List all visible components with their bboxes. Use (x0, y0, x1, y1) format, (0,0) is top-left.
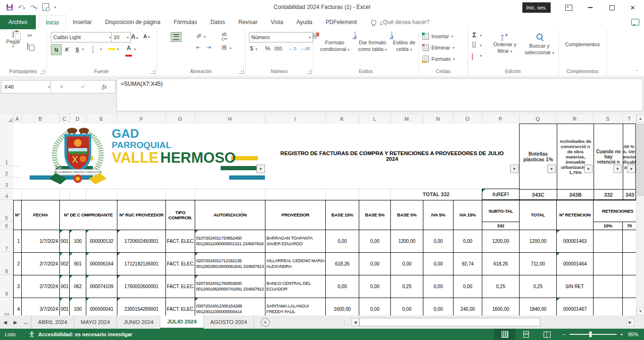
th-subtotal[interactable]: SUBTO-TAL (482, 200, 520, 222)
delete-cells-button[interactable]: Eliminar▾ (422, 44, 454, 51)
number-format-select[interactable]: Número▾ (249, 32, 313, 42)
row-header-6[interactable]: 6 (0, 222, 13, 230)
minimize-button[interactable] (586, 3, 595, 12)
tab-insertar[interactable]: Insertar (66, 15, 99, 29)
row-header-7[interactable]: 7 (0, 230, 13, 252)
tab-archivo[interactable]: Archivo (0, 15, 36, 29)
column-header-o[interactable]: O (453, 115, 482, 123)
decrease-decimal-icon[interactable]: →,00 (300, 46, 310, 51)
format-cells-button[interactable]: Formato▾ (422, 56, 455, 62)
accessibility-status[interactable]: Accesibilidad: es necesario investigar (38, 332, 132, 337)
cell-estab-r10[interactable]: 001 (60, 298, 70, 315)
vertical-scrollbar[interactable]: ▲ ▼ (636, 115, 644, 315)
cell-base15-r8[interactable]: 618,26 (326, 253, 359, 275)
cell-base0-r10[interactable]: 0,00 (391, 298, 423, 315)
cell-aut-r7[interactable]: 01072024011720652450 0012001100000000132… (195, 230, 265, 253)
clear-icon[interactable] (472, 54, 473, 59)
filter-dropdown-s[interactable]: ▼ (613, 165, 622, 173)
alignment-dialog-launcher[interactable]: ↘ (239, 69, 244, 74)
report-title-cell[interactable]: REGISTRO DE FACTURAS DE COMPRA Y RETENCI… (265, 124, 519, 189)
undo-button[interactable]: ↶▾ (18, 3, 25, 11)
cell-n-r8[interactable]: 2 (14, 253, 22, 275)
sign-in-button[interactable]: Inic. ses. (522, 2, 551, 13)
comma-style-icon[interactable]: 000 (274, 46, 282, 51)
cell-ret70-r10[interactable] (623, 298, 636, 315)
comments-icon[interactable] (631, 19, 639, 25)
accessibility-icon[interactable] (29, 331, 35, 338)
enter-icon[interactable]: ✓ (81, 83, 85, 90)
horizontal-scrollbar[interactable]: ⋮ ◀ ▶ (342, 315, 634, 329)
cell-iva15-r7[interactable]: 0,00 (454, 230, 482, 253)
cell-sub-r9[interactable]: 0,25 (482, 275, 520, 298)
column-header-m[interactable]: M (390, 115, 423, 123)
cell-q1[interactable]: Botellas plásticas 1% (520, 124, 557, 189)
format-as-table-button[interactable]: Dar formato como tabla ▾ (355, 32, 390, 53)
save-icon[interactable] (7, 4, 13, 10)
th-numero[interactable]: Nº (14, 200, 22, 230)
cell-ret-r7[interactable]: 000001463 (557, 230, 594, 253)
ribbon-display-options-button[interactable] (564, 3, 573, 12)
cell-base15-r9[interactable]: 0,00 (326, 275, 359, 298)
bold-button[interactable]: N (51, 44, 62, 55)
th-total[interactable]: TOTAL (520, 200, 557, 230)
underline-dropdown[interactable]: ▾ (82, 47, 84, 51)
decrease-font-icon[interactable]: A▼ (143, 33, 150, 39)
cell-iva15-r9[interactable]: 0,00 (454, 275, 482, 298)
cell-base5-r9[interactable]: 0,00 (359, 275, 391, 298)
row-header-10[interactable]: 10 (0, 298, 13, 315)
cell-base0-r8[interactable]: 0,00 (391, 253, 423, 275)
customize-qat-icon[interactable]: ▾ (54, 5, 56, 9)
cell-sub-r8[interactable]: 618,26 (482, 253, 520, 275)
cell-aut-r10[interactable]: 03072024012300154289 0012001100000000041… (195, 298, 265, 315)
cell-iva15-r8[interactable]: 92,74 (454, 253, 482, 275)
fill-color-icon[interactable] (108, 45, 115, 51)
cell-secuencial-r9[interactable]: 000074109 (86, 275, 117, 298)
hscroll-right-icon[interactable]: ▶ (626, 318, 634, 326)
filter-dropdown-t[interactable]: ▼ (627, 165, 636, 173)
column-header-k[interactable]: K (325, 115, 359, 123)
th-retencion[interactable]: Nº RETENCION (557, 200, 594, 230)
cancel-icon[interactable]: ✕ (59, 83, 64, 90)
row-header-8[interactable]: 8 (0, 252, 13, 275)
decrease-indent-icon[interactable]: ⇤ (196, 44, 200, 50)
new-sheet-icon[interactable]: + (261, 318, 270, 327)
underline-button[interactable]: S (73, 44, 82, 54)
cell-ruc-r9[interactable]: 1760002600001 (117, 275, 166, 298)
column-header-g[interactable]: G (165, 115, 195, 123)
cell-ref-error[interactable]: #¡REF! (482, 189, 519, 200)
increase-decimal-icon[interactable]: ←,0 (289, 46, 297, 51)
cell-n-r9[interactable]: 3 (14, 275, 22, 298)
insert-cells-button[interactable]: Insertar▾ (422, 33, 453, 40)
cell-base5-r10[interactable]: 0,00 (359, 298, 391, 315)
sheet-tab-abril-2024[interactable]: ABRIL 2024 (31, 315, 74, 329)
sheet-tab-julio-2024[interactable]: JULIO 2024 (160, 315, 204, 329)
row-header-9[interactable]: 9 (0, 275, 13, 298)
column-header-t[interactable]: T (622, 115, 636, 123)
find-select-button[interactable]: Buscar y seleccionar ▾ (522, 32, 556, 56)
collapse-ribbon-icon[interactable]: ⌃ (635, 69, 638, 74)
page-layout-view-icon[interactable] (515, 329, 537, 340)
cell-ret10-r8[interactable] (594, 253, 623, 275)
cell-tipo-r8[interactable]: FACT. ELEC. (166, 253, 195, 275)
tab-formulas[interactable]: Fórmulas (167, 15, 204, 29)
splitter-handle[interactable]: ⋮ (342, 319, 347, 325)
scroll-up-icon[interactable]: ▲ (636, 115, 644, 123)
horizontal-scroll-track[interactable] (540, 318, 626, 326)
cell-tipo-r10[interactable]: FACT. ELEC. (166, 298, 195, 315)
conditional-formatting-button[interactable]: Formato condicional ▾ (316, 32, 354, 53)
redo-button[interactable]: ↷▾ (30, 3, 37, 11)
th-iva5[interactable]: IVA 5% (423, 200, 454, 230)
column-header-r[interactable]: R (556, 115, 594, 123)
cell-fecha-r7[interactable]: 1/7/2024 (22, 230, 60, 253)
cell-styles-button[interactable]: Estilos de celda ▾ (391, 32, 417, 53)
merge-center-dropdown[interactable]: ▾ (230, 46, 231, 50)
normal-view-icon[interactable] (494, 329, 515, 340)
th-retenciones[interactable]: RETENCIONES (594, 200, 636, 222)
column-header-p[interactable]: P (482, 115, 520, 123)
cell-ret10-r10[interactable] (594, 298, 623, 315)
copy-icon[interactable] (27, 43, 28, 49)
font-dialog-launcher[interactable]: ↘ (150, 69, 155, 74)
column-header-i[interactable]: I (265, 115, 326, 123)
cell-total-r7[interactable]: 1200,00 (520, 230, 557, 253)
close-button[interactable]: ✕ (628, 3, 637, 12)
